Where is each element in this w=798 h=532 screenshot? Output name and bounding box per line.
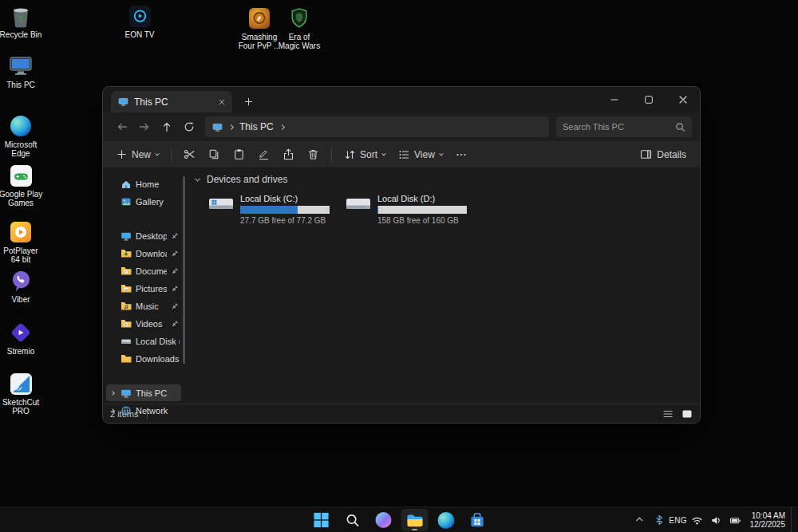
sidebar-item-this-pc[interactable]: This PC: [106, 384, 181, 401]
this-pc-monitor-icon: [118, 97, 128, 107]
copy-button[interactable]: [203, 144, 226, 166]
taskbar-search-button[interactable]: [339, 509, 366, 531]
file-explorer-button[interactable]: [401, 509, 429, 531]
desktop-icon-microsoft-edge[interactable]: Microsoft Edge: [0, 114, 43, 158]
delete-button[interactable]: [302, 144, 325, 166]
sidebar-item-pictures[interactable]: Pictures: [106, 280, 181, 297]
pin-icon: [171, 232, 179, 240]
address-bar[interactable]: This PC: [205, 116, 549, 137]
desktop-icon-sketchcut-pro[interactable]: SketchCut PRO: [0, 372, 43, 416]
desktop-icon-potplayer[interactable]: PotPlayer 64 bit: [0, 220, 43, 264]
sort-button[interactable]: Sort: [338, 144, 391, 166]
breadcrumb-this-pc[interactable]: This PC: [239, 121, 274, 132]
drive-tile-c[interactable]: Local Disk (C:) 27.7 GB free of 77.2 GB: [208, 194, 330, 225]
start-button[interactable]: [308, 509, 335, 531]
search-input[interactable]: Search This PC: [556, 116, 692, 137]
chevron-right-icon[interactable]: [110, 391, 115, 396]
show-desktop-button[interactable]: [791, 507, 793, 532]
status-bar: 2 items: [103, 404, 700, 423]
copilot-button[interactable]: [370, 509, 397, 531]
sidebar-item-gallery[interactable]: Gallery: [106, 193, 181, 210]
desktop-icon-this-pc[interactable]: This PC: [0, 54, 43, 89]
volume-icon: [710, 514, 722, 526]
time: 10:04 AM: [750, 511, 786, 521]
desktop-icon-smashing-four[interactable]: Smashing Four PvP ...: [237, 6, 282, 50]
chevron-right-icon[interactable]: [110, 408, 115, 413]
clock[interactable]: 10:04 AM 12/2/2025: [746, 511, 790, 530]
new-button[interactable]: New: [111, 144, 164, 166]
pin-icon: [171, 285, 179, 293]
navigation-bar: This PC Search This PC: [103, 112, 700, 141]
sidebar-item-videos[interactable]: Videos: [106, 315, 181, 332]
bluetooth-button[interactable]: [650, 510, 668, 530]
tab-close-icon[interactable]: [215, 95, 228, 108]
desktop-icon-label: PotPlayer 64 bit: [0, 246, 43, 264]
desktop-icon-google-play-games[interactable]: Google Play Games: [0, 164, 43, 207]
more-options-button[interactable]: [450, 144, 472, 166]
battery-button[interactable]: [727, 510, 745, 530]
desktop-icon-viber[interactable]: Viber: [0, 269, 43, 304]
desktop-icon-label: Google Play Games: [0, 190, 43, 207]
large-thumbnails-toggle-icon[interactable]: [681, 408, 693, 420]
view-button[interactable]: View: [393, 144, 448, 166]
taskbar-center: [308, 509, 491, 531]
sidebar-item-documents[interactable]: Documents: [106, 262, 181, 279]
forward-button[interactable]: [133, 116, 156, 138]
tab-title: This PC: [134, 97, 209, 108]
details-button[interactable]: Details: [634, 144, 692, 166]
sidebar-item-home[interactable]: Home: [106, 175, 181, 192]
paste-button[interactable]: [227, 144, 251, 166]
breadcrumb-chevron-icon[interactable]: [279, 124, 285, 129]
sidebar-item-network[interactable]: Network: [106, 402, 181, 419]
new-tab-button[interactable]: [240, 93, 256, 109]
share-button[interactable]: [277, 144, 300, 166]
refresh-button[interactable]: [178, 116, 200, 138]
pin-icon: [171, 320, 179, 328]
tab-this-pc[interactable]: This PC: [111, 91, 232, 112]
language-indicator[interactable]: ENG: [670, 510, 687, 530]
desktop-icon-era-of-magic-wars[interactable]: Era of Magic Wars: [277, 6, 322, 50]
wifi-button[interactable]: [689, 510, 706, 530]
drive-name: Local Disk (D:): [377, 194, 467, 204]
desktop-icon-stremio[interactable]: Stremio: [0, 321, 43, 356]
sidebar-item-downloads-folder[interactable]: Downloads: [106, 350, 181, 367]
desktop-icon-recycle-bin[interactable]: Recycle Bin: [0, 4, 43, 39]
minimize-button[interactable]: [597, 87, 631, 112]
up-button[interactable]: [156, 116, 178, 138]
maximize-button[interactable]: [631, 87, 666, 112]
drive-tiles: Local Disk (C:) 27.7 GB free of 77.2 GB …: [208, 194, 692, 225]
group-header-devices-and-drives[interactable]: Devices and drives: [194, 174, 692, 185]
desktop-icon-eon-tv[interactable]: EON TV: [117, 4, 162, 39]
window-controls: [597, 87, 700, 112]
cut-button[interactable]: [178, 144, 201, 166]
desktop-icon-label: Recycle Bin: [0, 30, 41, 39]
content-area: Devices and drives Local Disk (C:) 27.7 …: [186, 168, 700, 404]
sidebar-item-music[interactable]: Music: [106, 298, 181, 314]
sidebar-item-downloads[interactable]: Downloads: [106, 245, 181, 262]
rename-button[interactable]: [252, 144, 275, 166]
file-explorer-window: This PC: [102, 86, 701, 424]
details-view-toggle-icon[interactable]: [662, 408, 674, 420]
drive-tile-d[interactable]: Local Disk (D:) 158 GB free of 160 GB: [346, 194, 467, 225]
this-pc-monitor-icon: [212, 122, 223, 132]
capacity-bar-fill: [240, 206, 298, 214]
chevron-down-icon: [439, 151, 444, 156]
edge-button[interactable]: [433, 509, 460, 531]
microsoft-store-button[interactable]: [464, 509, 491, 531]
back-button[interactable]: [111, 116, 133, 138]
sidebar-scrollbar[interactable]: [183, 176, 185, 364]
desktop-icon-label: This PC: [6, 81, 35, 89]
music-folder-icon: [120, 301, 132, 312]
close-button[interactable]: [666, 87, 700, 112]
divider: [171, 148, 172, 162]
sidebar-item-local-disk-d[interactable]: Local Disk (D:): [106, 333, 181, 349]
drive-name: Local Disk (C:): [240, 194, 330, 204]
hidden-icons-button[interactable]: [631, 510, 649, 530]
documents-folder-icon: [120, 266, 132, 277]
network-icon: [120, 405, 132, 416]
volume-button[interactable]: [708, 510, 725, 530]
downloads-folder-icon: [120, 248, 132, 259]
sort-icon: [344, 149, 355, 160]
sidebar-item-desktop[interactable]: Desktop: [106, 227, 181, 244]
videos-folder-icon: [120, 318, 132, 329]
